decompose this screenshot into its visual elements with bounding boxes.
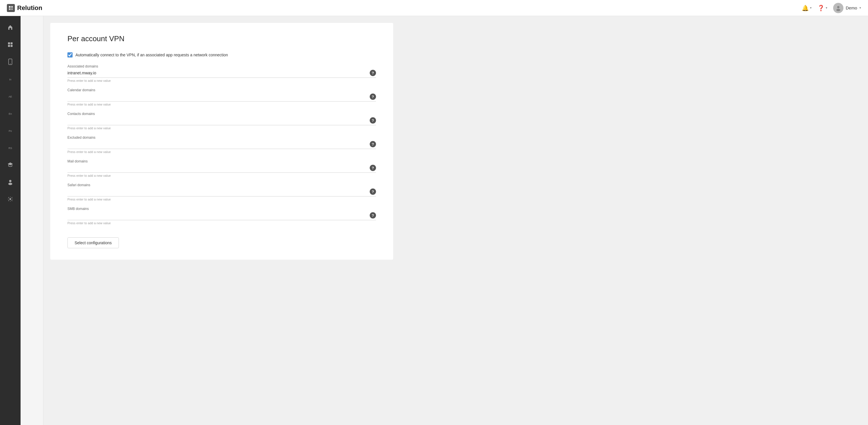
help-icon: ❓ [817,5,825,11]
rs-label: RS [8,147,12,149]
field-input-excluded-domains[interactable] [67,141,367,148]
field-label-calendar-domains: Calendar domains [67,88,376,92]
field-label-contacts-domains: Contacts domains [67,112,376,116]
field-group-calendar-domains: Calendar domains ? Press enter to add a … [67,88,376,106]
field-group-safari-domains: Safari domains ? Press enter to add a ne… [67,183,376,201]
help-icon-mail-domains[interactable]: ? [370,165,376,171]
svg-point-14 [9,198,11,200]
help-icon-contacts-domains[interactable]: ? [370,117,376,123]
sidebar-item-settings[interactable] [3,192,18,207]
svg-rect-9 [10,45,12,47]
user-avatar [833,3,843,13]
app-header: Relution 🔔 ▾ ❓ ▾ Demo ▾ [0,0,868,16]
ae-label: AE [8,95,12,98]
help-icon-calendar-domains[interactable]: ? [370,93,376,100]
svg-point-12 [9,180,11,182]
help-icon-excluded-domains[interactable]: ? [370,141,376,147]
field-input-calendar-domains[interactable] [67,93,367,100]
help-icon-associated-domains[interactable]: ? [370,70,376,76]
po-label: Po [8,130,12,133]
svg-point-5 [836,9,840,11]
page-title: Per account VPN [67,34,376,43]
sidebar-item-learn[interactable] [3,158,18,173]
field-label-safari-domains: Safari domains [67,183,376,187]
sidebar-item-po[interactable]: Po [3,123,18,138]
field-hint-mail-domains: Press enter to add a new value [67,174,376,177]
field-input-associated-domains[interactable] [67,69,367,76]
field-input-row-excluded-domains: ? [67,141,376,149]
field-label-associated-domains: Associated domains [67,64,376,68]
field-input-row-associated-domains: ? [67,69,376,78]
auto-connect-checkbox-row: Automatically connect to the VPN, if an … [67,52,376,57]
field-hint-excluded-domains: Press enter to add a new value [67,150,376,153]
grid-icon [7,41,13,49]
svg-point-13 [8,183,12,185]
field-input-smb-domains[interactable] [67,212,367,219]
select-configurations-button[interactable]: Select configurations [67,237,119,248]
help-button[interactable]: ❓ ▾ [817,5,828,11]
help-icon-safari-domains[interactable]: ? [370,189,376,195]
sidebar: In AE En Po RS [0,16,21,425]
sidebar-item-en[interactable]: En [3,106,18,121]
help-icon-smb-domains[interactable]: ? [370,212,376,219]
field-group-contacts-domains: Contacts domains ? Press enter to add a … [67,112,376,130]
home-icon [7,24,13,32]
svg-rect-0 [9,6,10,8]
sidebar-item-inbox[interactable]: In [3,72,18,87]
svg-rect-6 [8,42,10,44]
field-group-smb-domains: SMB domains ? Press enter to add a new v… [67,207,376,225]
main-content: Per account VPN Automatically connect to… [43,16,868,425]
field-input-row-smb-domains: ? [67,212,376,220]
svg-rect-8 [8,45,10,47]
vpn-form: Automatically connect to the VPN, if an … [67,52,376,248]
field-input-safari-domains[interactable] [67,188,367,195]
svg-point-4 [837,6,839,8]
fields-container: Associated domains ? Press enter to add … [67,64,376,225]
field-hint-calendar-domains: Press enter to add a new value [67,103,376,106]
sub-sidebar [21,16,43,425]
field-label-mail-domains: Mail domains [67,159,376,163]
field-input-contacts-domains[interactable] [67,117,367,124]
device-icon [8,59,12,66]
field-label-excluded-domains: Excluded domains [67,136,376,140]
sidebar-item-home[interactable] [3,21,18,35]
field-group-excluded-domains: Excluded domains ? Press enter to add a … [67,136,376,153]
header-controls: 🔔 ▾ ❓ ▾ Demo ▾ [802,3,861,13]
svg-rect-3 [11,8,13,10]
field-input-row-safari-domains: ? [67,188,376,197]
notifications-button[interactable]: 🔔 ▾ [802,5,812,11]
field-group-associated-domains: Associated domains ? Press enter to add … [67,64,376,82]
svg-rect-2 [9,8,10,10]
help-chevron: ▾ [826,6,828,10]
auto-connect-label: Automatically connect to the VPN, if an … [75,53,228,57]
en-label: En [8,112,12,115]
inbox-label: In [9,78,11,81]
users-icon [7,179,13,187]
sidebar-item-rs[interactable]: RS [3,141,18,155]
logo-text: Relution [17,4,42,12]
field-input-row-contacts-domains: ? [67,117,376,125]
sidebar-item-device[interactable] [3,55,18,70]
field-hint-associated-domains: Press enter to add a new value [67,79,376,82]
svg-rect-1 [11,6,13,8]
notifications-chevron: ▾ [810,6,812,10]
settings-icon [7,196,13,204]
sidebar-item-grid[interactable] [3,38,18,53]
field-hint-contacts-domains: Press enter to add a new value [67,126,376,130]
field-label-smb-domains: SMB domains [67,207,376,211]
field-input-mail-domains[interactable] [67,165,367,171]
field-input-row-mail-domains: ? [67,165,376,173]
field-group-mail-domains: Mail domains ? Press enter to add a new … [67,159,376,177]
user-chevron: ▾ [860,6,861,10]
user-name: Demo [846,5,857,10]
bell-icon: 🔔 [802,5,809,11]
user-menu-button[interactable]: Demo ▾ [833,3,861,13]
svg-point-11 [10,63,10,64]
sidebar-item-users[interactable] [3,175,18,190]
field-hint-safari-domains: Press enter to add a new value [67,198,376,201]
app-logo: Relution [7,4,42,12]
auto-connect-checkbox[interactable] [67,52,72,57]
svg-rect-7 [10,42,12,44]
content-card: Per account VPN Automatically connect to… [50,23,393,260]
sidebar-item-ae[interactable]: AE [3,89,18,104]
